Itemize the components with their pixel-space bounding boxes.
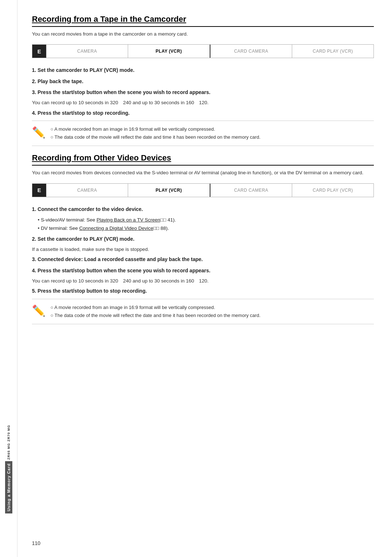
mode-e-label-2: E [32,184,46,197]
step2-1: 1. Connect the camcorder to the video de… [32,205,374,213]
mode-card-camera-1[interactable]: CARD CAMERA [211,45,292,58]
step2-4-sub: You can record up to 10 seconds in 320 2… [32,277,374,285]
step1-1-num: 1. [32,67,38,73]
main-content: Recording from a Tape in the Camcorder Y… [17,0,392,557]
note2-line1: ○ A movie recorded from an image in 16:9… [50,304,261,312]
sidebar-main-label: Using a Memory Card [5,461,12,513]
note-icon-1: ✏️ [32,126,45,139]
mode-card-play-vcr-2[interactable]: CARD PLAY (VCR) [292,184,373,197]
section1-title: Recording from a Tape in the Camcorder [32,15,374,27]
sidebar-badge1: ZR70 MG [7,425,11,442]
sidebar: ZR70 MG ZR65 MG Using a Memory Card [0,0,17,557]
sidebar-badge2: ZR65 MG [7,443,11,460]
note1-line1: ○ A movie recorded from an image in 16:9… [50,125,261,133]
section2-title: Recording from Other Video Devices [32,153,374,166]
step2-4-num: 4. [32,268,38,273]
mode-card-play-vcr-1[interactable]: CARD PLAY (VCR) [292,45,373,58]
step1-2: 2. Play back the tape. [32,77,374,85]
step2-3: 3. Connected device: Load a recorded cas… [32,255,374,263]
mode-bar-1: E CAMERA PLAY (VCR) CARD CAMERA CARD PLA… [32,44,374,58]
step2-2-text: Set the camcorder to PLAY (VCR) mode. [38,236,135,242]
note-box-2: ✏️ ○ A movie recorded from an image in 1… [32,299,374,324]
note-lines-1: ○ A movie recorded from an image in 16:9… [50,125,261,141]
note-lines-2: ○ A movie recorded from an image in 16:9… [50,304,261,320]
step1-1-text: Set the camcorder to PLAY (VCR) mode. [38,67,135,73]
page-number: 110 [32,540,40,546]
step2-2: 2. Set the camcorder to PLAY (VCR) mode. [32,235,374,243]
mode-play-vcr-1[interactable]: PLAY (VCR) [128,45,210,58]
mode-camera-2[interactable]: CAMERA [46,184,128,197]
note2-line2: ○ The data code of the movie will reflec… [50,312,261,320]
step2-2-sub: If a cassette is loaded, make sure the t… [32,246,374,253]
step2-4-text: Press the start/stop button when the sce… [38,268,211,273]
section1-steps: 1. Set the camcorder to PLAY (VCR) mode.… [32,66,374,117]
bullet-dv: DV terminal: See Connecting a Digital Vi… [38,224,374,233]
mode-card-camera-2[interactable]: CARD CAMERA [211,184,292,197]
step2-3-num: 3. [32,256,38,262]
section2-steps: 1. Connect the camcorder to the video de… [32,205,374,295]
step1-2-text: Play back the tape. [38,78,83,84]
step2-5: 5. Press the start/stop button to stop r… [32,287,374,295]
step2-1-text: Connect the camcorder to the video devic… [38,206,143,212]
step1-2-num: 2. [32,78,38,84]
step2-3-text: Connected device: Load a recorded casset… [38,256,203,262]
step1-4-text: Press the start/stop to stop recording. [38,110,130,116]
step2-1-bullets: S-video/AV terminal: See Playing Back on… [38,216,374,233]
step1-1: 1. Set the camcorder to PLAY (VCR) mode. [32,66,374,74]
note1-line2: ○ The data code of the movie will reflec… [50,133,261,141]
mode-camera-1[interactable]: CAMERA [46,45,128,58]
step1-3-num: 3. [32,89,38,95]
mode-play-vcr-2[interactable]: PLAY (VCR) [128,184,210,197]
step2-5-text: Press the start/stop button to stop reco… [38,288,147,294]
step2-2-num: 2. [32,236,38,242]
step1-3: 3. Press the start/stop button when the … [32,88,374,96]
step2-1-num: 1. [32,206,38,212]
section2-subtitle: You can record movies from devices conne… [32,169,374,176]
step1-4: 4. Press the start/stop to stop recordin… [32,109,374,117]
mode-bar-2: E CAMERA PLAY (VCR) CARD CAMERA CARD PLA… [32,183,374,197]
section1-subtitle: You can record movies from a tape in the… [32,31,374,38]
note-box-1: ✏️ ○ A movie recorded from an image in 1… [32,121,374,146]
bullet-sv: S-video/AV terminal: See Playing Back on… [38,216,374,224]
step2-4: 4. Press the start/stop button when the … [32,267,374,275]
note-icon-2: ✏️ [32,304,45,317]
step1-4-num: 4. [32,110,38,116]
step1-3-sub: You can record up to 10 seconds in 320 2… [32,99,374,106]
step2-5-num: 5. [32,288,38,294]
step1-3-text: Press the start/stop button when the sce… [38,89,211,95]
mode-e-label-1: E [32,45,46,58]
